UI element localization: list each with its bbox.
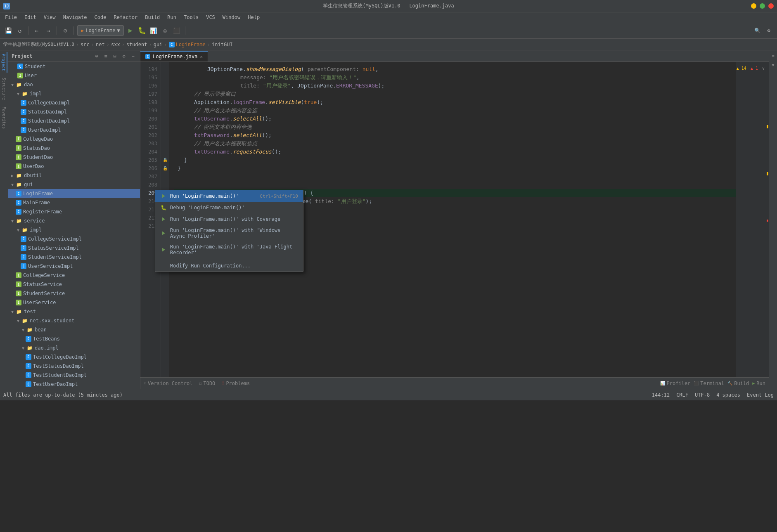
sidebar-expand-btn[interactable]: ≡	[102, 52, 109, 60]
menu-tools[interactable]: Tools	[180, 14, 202, 21]
ctx-debug-main[interactable]: 🐛 Debug 'LoginFrame.main()'	[155, 202, 303, 213]
breadcrumb-src[interactable]: src	[81, 42, 90, 47]
tree-item-mainframe[interactable]: C MainFrame	[8, 198, 140, 207]
tree-item-studentservice[interactable]: I StudentService	[8, 289, 140, 298]
tree-item-studentdaoimpl[interactable]: C StudentDaoImpl	[8, 116, 140, 125]
tree-item-dao[interactable]: ▼ 📁 dao	[8, 80, 140, 89]
tree-item-service[interactable]: ▼ 📁 service	[8, 216, 140, 225]
menu-file[interactable]: File	[2, 14, 20, 21]
tree-item-teststatusdaoimpl[interactable]: C TestStatusDaoImpl	[8, 362, 140, 371]
tree-item-dao-impl[interactable]: ▼ 📁 impl	[8, 89, 140, 98]
bottom-tab-profiler[interactable]: 📊 Profiler	[660, 379, 691, 388]
toolbar-build-icon[interactable]: ⚙	[60, 26, 70, 35]
tab-loginframe[interactable]: C LoginFrame.java ✕	[140, 51, 208, 61]
bottom-tab-todo[interactable]: ☐ TODO	[199, 379, 215, 388]
status-line-ending[interactable]: CRLF	[676, 392, 688, 398]
tree-item-studentserviceimpl[interactable]: C StudentServiceImpl	[8, 253, 140, 262]
tree-item-userdaoimpl[interactable]: C UserDaoImpl	[8, 125, 140, 135]
tree-item-teststudentdaoimpl[interactable]: C TestStudentDaoImpl	[8, 371, 140, 380]
activity-structure[interactable]: Structure	[1, 76, 7, 102]
breadcrumb-gui[interactable]: gui	[154, 42, 163, 47]
tree-item-net-sxx-student[interactable]: ▼ 📁 net.sxx.student	[8, 316, 140, 325]
menu-code[interactable]: Code	[91, 14, 110, 21]
tree-item-statusservice[interactable]: I StatusService	[8, 280, 140, 289]
sidebar-close-btn[interactable]: −	[129, 52, 137, 60]
status-position[interactable]: 144:12	[652, 392, 670, 398]
ctx-run-coverage[interactable]: Run 'LoginFrame.main()' with Coverage	[155, 213, 303, 225]
bottom-tab-build[interactable]: 🔨 Build	[727, 379, 749, 388]
minimize-button[interactable]: ─	[751, 3, 756, 9]
sidebar-collapse-btn[interactable]: ⊟	[111, 52, 118, 60]
breadcrumb-sxx[interactable]: sxx	[111, 42, 120, 47]
menu-help[interactable]: Help	[244, 14, 263, 21]
ctx-run-win-profiler[interactable]: Run 'LoginFrame.main()' with 'Windows As…	[155, 225, 303, 241]
breadcrumb-loginframe[interactable]: LoginFrame	[176, 42, 206, 47]
settings-btn[interactable]: ⚙	[764, 26, 774, 35]
menu-run[interactable]: Run	[164, 14, 180, 21]
menu-refactor[interactable]: Refactor	[110, 14, 141, 21]
tree-item-statusserviceimpl[interactable]: C StatusServiceImpl	[8, 244, 140, 253]
tree-item-registerframe[interactable]: C RegisterFrame	[8, 207, 140, 216]
ctx-modify-config[interactable]: Modify Run Configuration...	[155, 260, 303, 272]
bottom-tab-problems[interactable]: ! Problems	[222, 379, 250, 388]
breadcrumb-student[interactable]: student	[126, 42, 147, 47]
profile-button[interactable]: 📊	[149, 26, 159, 35]
tree-item-collegeserviceimpl[interactable]: C CollegeServiceImpl	[8, 234, 140, 244]
search-everywhere-btn[interactable]: 🔍	[752, 26, 762, 35]
tree-item-dbutil[interactable]: ▶ 📁 dbutil	[8, 171, 140, 180]
menu-vcs[interactable]: VCS	[203, 14, 218, 21]
sidebar-settings-btn[interactable]: ⚙	[120, 52, 128, 60]
ctx-run-main[interactable]: Run 'LoginFrame.main()' Ctrl+Shift+F10	[155, 190, 303, 202]
menu-navigate[interactable]: Navigate	[60, 14, 90, 21]
tab-close-loginframe[interactable]: ✕	[200, 54, 203, 59]
tree-item-test[interactable]: ▼ 📁 test	[8, 307, 140, 316]
activity-favorites[interactable]: Favorites	[1, 105, 7, 130]
tree-item-testcollegedaoimpl[interactable]: C TestCollegeDaoImpl	[8, 352, 140, 362]
tree-item-statusdaoimpl[interactable]: C StatusDaoImpl	[8, 107, 140, 116]
tree-item-collegeservice[interactable]: I CollegeService	[8, 271, 140, 280]
rs-btn-1[interactable]: ≡	[770, 52, 777, 59]
ctx-run-jfr[interactable]: Run 'LoginFrame.main()' with 'Java Fligh…	[155, 241, 303, 258]
tree-item-user[interactable]: I User	[8, 71, 140, 80]
tree-item-dao-impl-test[interactable]: ▼ 📁 dao.impl	[8, 343, 140, 352]
tree-item-student[interactable]: C Student	[8, 62, 140, 71]
toolbar-save-btn[interactable]: 💾	[3, 26, 13, 35]
tree-item-service-impl[interactable]: ▼ 📁 impl	[8, 225, 140, 234]
tree-item-userservice[interactable]: I UserService	[8, 298, 140, 307]
debug-button[interactable]: 🐛	[137, 26, 147, 35]
breadcrumb-net[interactable]: net	[96, 42, 105, 47]
menu-build[interactable]: Build	[142, 14, 163, 21]
breadcrumb-initgui[interactable]: initGUI	[212, 42, 233, 47]
sidebar-add-btn[interactable]: ⊕	[93, 52, 100, 60]
menu-view[interactable]: View	[40, 14, 59, 21]
status-indent[interactable]: 4 spaces	[716, 392, 740, 398]
tree-item-collegedao[interactable]: I CollegeDao	[8, 135, 140, 144]
maximize-button[interactable]: □	[760, 3, 765, 9]
run-config-dropdown[interactable]: ▶ LoginFrame ▼	[77, 25, 124, 36]
tree-item-gui[interactable]: ▼ 📁 gui	[8, 180, 140, 189]
coverage-button[interactable]: ◎	[160, 26, 170, 35]
tree-item-bean[interactable]: ▼ 📁 bean	[8, 325, 140, 334]
breadcrumb-project[interactable]: 学生信息管理系统(MySQL)版V1.0	[3, 41, 74, 47]
bottom-tab-terminal[interactable]: ⬛ Terminal	[694, 379, 724, 388]
tree-item-userserviceimpl[interactable]: C UserServiceImpl	[8, 262, 140, 271]
activity-project[interactable]: Project	[0, 52, 7, 73]
bottom-tab-version-control[interactable]: ⬆ Version Control	[144, 379, 192, 388]
toolbar-forward-btn[interactable]: →	[43, 26, 53, 35]
tree-item-testuserdaoimpl[interactable]: C TestUserDaoImpl	[8, 380, 140, 389]
tree-item-userdao[interactable]: I UserDao	[8, 162, 140, 171]
stop-button[interactable]: ⬛	[172, 26, 182, 35]
tree-item-loginframe[interactable]: C LoginFrame	[8, 189, 140, 198]
tree-item-statusdao[interactable]: I StatusDao	[8, 144, 140, 153]
bottom-tab-run[interactable]: ▶ Run	[752, 379, 765, 388]
toolbar-sync-btn[interactable]: ↺	[15, 26, 25, 35]
status-encoding[interactable]: UTF-8	[695, 392, 710, 398]
close-button[interactable]: ✕	[768, 3, 774, 9]
tree-item-testbeans[interactable]: C TestBeans	[8, 334, 140, 343]
toolbar-back-btn[interactable]: ←	[32, 26, 42, 35]
tree-item-studentdao[interactable]: I StudentDao	[8, 153, 140, 162]
run-button[interactable]: ▶	[126, 26, 135, 35]
status-event-log[interactable]: Event Log	[747, 392, 774, 398]
menu-window[interactable]: Window	[219, 14, 244, 21]
tree-item-collegedaoimpl[interactable]: C CollegeDaoImpl	[8, 98, 140, 107]
